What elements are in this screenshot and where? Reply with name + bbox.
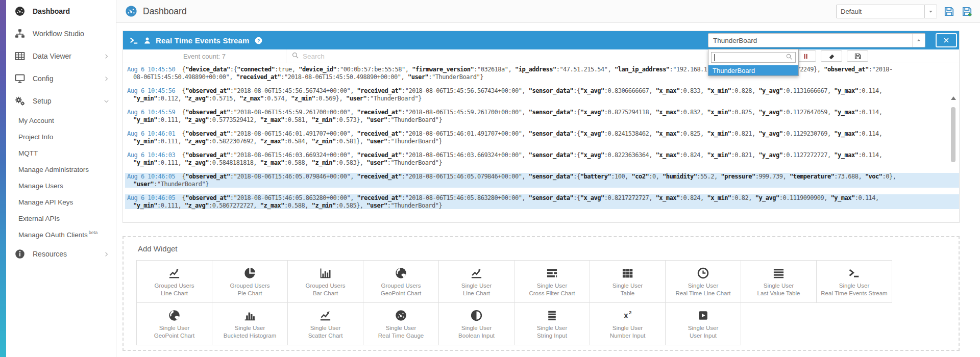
widget-grouped-users-line-chart[interactable]: Grouped UsersLine Chart (136, 260, 212, 303)
log-entry: Aug 6 10:46:05 {"observed_at":"2018-08-0… (125, 173, 959, 188)
widget-single-user-real-time-line-chart[interactable]: Single UserReal Time Line Chart (665, 260, 741, 303)
boolean-icon (470, 308, 483, 322)
save-as-new-dashboard-button[interactable] (961, 6, 973, 17)
sidebar-item-workflow-studio[interactable]: Workflow Studio (6, 22, 116, 45)
cross-filter-icon (546, 266, 558, 279)
search-icon (291, 52, 303, 61)
page-title: Dashboard (143, 6, 187, 17)
widget-label: Single UserReal Time Line Chart (675, 282, 730, 297)
user-select[interactable]: ThunderBoard (708, 33, 925, 47)
widget-label: Single UserLine Chart (461, 282, 492, 297)
grid-icon (621, 266, 634, 279)
gauge-icon (395, 308, 407, 322)
sidebar-item-label: Dashboard (33, 7, 70, 15)
string-lines-icon (546, 308, 558, 322)
widget-grouped-users-bar-chart[interactable]: Grouped UsersBar Chart (287, 260, 363, 303)
dashboard-select-value: Default (841, 8, 862, 15)
log-timestamp: Aug 6 10:46:01 (127, 130, 175, 137)
widget-label: Grouped UsersGeoPoint Chart (381, 282, 421, 297)
log-entry: Aug 6 10:46:03 {"observed_at":"2018-08-0… (125, 151, 959, 166)
scrollbar-thumb[interactable] (951, 107, 955, 162)
dropdown-search-input[interactable] (715, 54, 786, 61)
svg-text:x: x (624, 311, 628, 320)
widget-single-user-real-time-events-stream[interactable]: Single UserReal Time Events Stream (816, 260, 892, 303)
widget-single-user-geopoint-chart[interactable]: Single UserGeoPoint Chart (136, 302, 212, 345)
widget-single-user-number-input[interactable]: x2Single UserNumber Input (590, 302, 666, 345)
widget-single-user-last-value-table[interactable]: Single UserLast Value Table (741, 260, 817, 303)
svg-text:2: 2 (629, 310, 632, 315)
close-widget-button[interactable] (936, 33, 957, 47)
sidebar-item-manage-administrators[interactable]: Manage Administrators (6, 161, 116, 177)
dashboard-select[interactable]: Default (836, 5, 925, 18)
widget-single-user-bucketed-histogram[interactable]: Single UserBucketed Histogram (212, 302, 288, 345)
widget-grouped-users-pie-chart[interactable]: Grouped UsersPie Chart (212, 260, 288, 303)
sidebar-nav: DashboardWorkflow StudioData ViewerConfi… (6, 0, 116, 265)
sidebar-item-project-info[interactable]: Project Info (6, 129, 116, 145)
dropdown-option-thunderboard[interactable]: ThunderBoard (708, 65, 798, 75)
widget-grouped-users-geopoint-chart[interactable]: Grouped UsersGeoPoint Chart (363, 260, 439, 303)
widget-grid: Grouped UsersLine ChartGrouped UsersPie … (137, 261, 898, 345)
user-icon (143, 36, 152, 45)
sidebar-item-label: Manage Users (18, 182, 63, 190)
widget-single-user-cross-filter-chart[interactable]: Single UserCross Filter Chart (514, 260, 590, 303)
log-timestamp: Aug 6 10:46:05 (127, 173, 175, 180)
log-entry: Aug 6 10:45:59 {"observed_at":"2018-08-0… (125, 109, 959, 123)
sidebar-item-my-account[interactable]: My Account (6, 112, 116, 129)
dashboard-select-caret[interactable] (925, 5, 937, 18)
chevron-down-icon (103, 98, 110, 105)
caret-up-icon[interactable] (912, 34, 925, 47)
sidebar-item-dashboard[interactable]: Dashboard (6, 0, 116, 22)
widget-label: Grouped UsersPie Chart (230, 282, 270, 297)
sidebar-item-label: Config (33, 74, 53, 83)
sidebar-item-manage-oauth-clients[interactable]: Manage OAuth Clientsbeta (6, 226, 116, 243)
event-count: Event count: 7 (123, 49, 286, 63)
widget-label: Single UserGeoPoint Chart (154, 324, 194, 340)
widget-single-user-table[interactable]: Single UserTable (590, 260, 666, 303)
app-root: DashboardWorkflow StudioData ViewerConfi… (0, 0, 980, 357)
widget-single-user-real-time-gauge[interactable]: Single UserReal Time Gauge (363, 302, 439, 345)
sidebar-item-label: Workflow Studio (33, 30, 84, 38)
widget-single-user-string-input[interactable]: Single UserString Input (514, 302, 590, 345)
chevron-right-icon (103, 53, 110, 60)
stream-controls (795, 49, 959, 63)
search-input[interactable] (303, 53, 517, 60)
sidebar-item-label: Setup (33, 97, 52, 105)
sidebar-item-label: External APIs (18, 215, 60, 222)
clear-button[interactable] (821, 50, 842, 62)
header-actions: Default (836, 5, 973, 18)
widget-single-user-scatter-chart[interactable]: Single UserScatter Chart (287, 302, 363, 345)
x-squared-icon: x2 (621, 308, 634, 322)
pie-chart-icon (243, 266, 256, 279)
widget-single-user-boolean-input[interactable]: Single UserBoolean Input (438, 302, 514, 345)
sidebar-item-mqtt[interactable]: MQTT (6, 145, 116, 161)
scroll-up-arrow[interactable] (951, 96, 956, 100)
dashboard-logo-icon (125, 5, 138, 18)
log-timestamp: Aug 6 10:46:03 (127, 151, 175, 159)
save-dashboard-button[interactable] (943, 6, 955, 17)
top-header: Dashboard Default (116, 0, 980, 23)
sidebar-item-config[interactable]: Config (6, 67, 116, 90)
sidebar-item-manage-users[interactable]: Manage Users (6, 177, 116, 194)
sidebar-item-label: Manage API Keys (18, 198, 73, 206)
terminal-icon (848, 266, 861, 279)
log-timestamp: Aug 6 10:46:05 (127, 194, 175, 201)
download-button[interactable] (847, 50, 868, 62)
log-timestamp: Aug 6 10:45:59 (127, 109, 175, 116)
log-entry: Aug 6 10:46:05 {"observed_at":"2018-08-0… (125, 194, 959, 209)
sidebar-item-manage-api-keys[interactable]: Manage API Keys (6, 194, 116, 210)
sidebar-item-setup[interactable]: Setup (6, 90, 116, 112)
log-timestamp: Aug 6 10:45:50 (127, 66, 175, 73)
sidebar-item-data-viewer[interactable]: Data Viewer (6, 45, 116, 67)
help-icon[interactable]: ? (254, 36, 263, 45)
widget-label: Single UserBucketed Histogram (224, 324, 277, 340)
sidebar-item-resources[interactable]: Resources (6, 243, 116, 265)
sidebar-item-label: Manage OAuth Clients (18, 231, 88, 239)
sitemap-icon (14, 28, 26, 39)
table-icon (14, 50, 26, 62)
sidebar-item-external-apis[interactable]: External APIs (6, 210, 116, 226)
widget-single-user-user-input[interactable]: Single UserUser Input (665, 302, 741, 345)
widget-single-user-line-chart[interactable]: Single UserLine Chart (438, 260, 514, 303)
log-scrollbar (950, 96, 957, 241)
add-widget-title: Add Widget (138, 244, 959, 253)
gauge-icon (14, 6, 26, 17)
